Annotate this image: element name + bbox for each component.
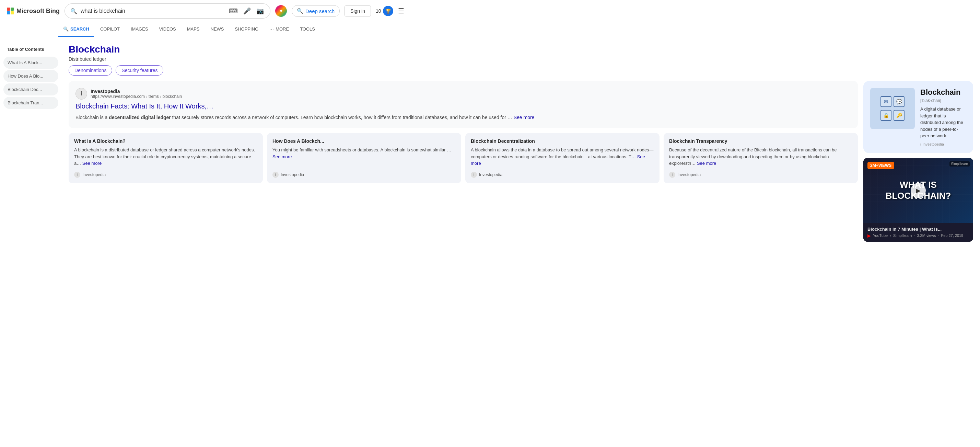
result-source: i Investopedia https://www.investopedia.…	[75, 88, 851, 99]
video-info: Blockchain In 7 Minutes | What Is... ▶ Y…	[863, 223, 973, 242]
sub-card-footer-3: i Investopedia	[669, 172, 852, 178]
nav-item-search[interactable]: 🔍 SEARCH	[58, 22, 94, 37]
entity-title: Blockchain	[68, 44, 973, 55]
entity-pills: Denominations Security features	[68, 65, 973, 75]
sub-card-desc-3: Because of the decentralized nature of t…	[669, 147, 852, 167]
sub-card-see-more-3[interactable]: See more	[697, 161, 716, 166]
sidebar-title: Table of Contents	[3, 44, 58, 54]
source-info: Investopedia https://www.investopedia.co…	[91, 89, 182, 99]
search-icon: 🔍	[70, 8, 77, 14]
logo-area: Microsoft Bing	[7, 8, 60, 15]
main-layout: Table of Contents What Is A Block... How…	[0, 37, 980, 249]
sign-in-button[interactable]: Sign in	[345, 5, 371, 16]
kp-title: Blockchain	[920, 88, 966, 97]
sub-card-what-is: What Is A Blockchain? A blockchain is a …	[68, 133, 263, 184]
sidebar-item-what-is[interactable]: What Is A Block...	[3, 57, 58, 69]
kp-cubes-2: 🔒 🔑	[880, 110, 905, 121]
sub-card-source-1: Investopedia	[281, 172, 304, 177]
sub-card-desc-1: You might be familiar with spreadsheets …	[272, 147, 456, 167]
result-title[interactable]: Blockchain Facts: What Is It, How It Wor…	[75, 102, 851, 110]
nav-item-more[interactable]: ⋯ MORE	[264, 22, 294, 37]
sub-card-logo-1: i	[272, 172, 278, 178]
nav-item-images[interactable]: IMAGES	[126, 22, 153, 37]
sidebar-item-how-does[interactable]: How Does A Blo...	[3, 70, 58, 82]
nav-item-shopping[interactable]: SHOPPING	[230, 22, 264, 37]
kp-source: i Investopedia	[920, 142, 966, 146]
sub-card-see-more-0[interactable]: See more	[82, 161, 102, 166]
sub-card-desc-2: A blockchain allows the data in a databa…	[471, 147, 654, 167]
user-points: 10	[376, 8, 381, 14]
favicon-letter: i	[81, 91, 82, 97]
copilot-button[interactable]: ✦	[275, 5, 287, 17]
video-thumbnail: 2M+VIEWS Simplilearn WHAT IS BLOCKCHAIN?…	[863, 158, 973, 223]
sidebar: Table of Contents What Is A Block... How…	[0, 37, 58, 249]
deep-search-button[interactable]: 🔍 Deep search	[292, 5, 340, 17]
sub-card-desc-0: A blockchain is a distributed database o…	[74, 147, 257, 167]
camera-icon[interactable]: 📷	[256, 6, 264, 16]
sub-card-logo-2: i	[471, 172, 477, 178]
cube-1: ✉	[880, 96, 891, 107]
nav-item-tools[interactable]: TOOLS	[295, 22, 320, 37]
sub-card-source-3: Investopedia	[677, 172, 701, 177]
user-avatar[interactable]: 🏆	[383, 6, 393, 16]
bing-logo-icon	[7, 8, 14, 14]
sub-card-title-0: What Is A Blockchain?	[74, 138, 257, 144]
sidebar-item-decentralization[interactable]: Blockchain Dec...	[3, 83, 58, 96]
main-result-card: i Investopedia https://www.investopedia.…	[68, 81, 858, 128]
search-bar: 🔍 ⌨ 🎤 📷	[65, 3, 270, 19]
search-bar-icons: ⌨ 🎤 📷	[228, 6, 264, 16]
kp-description: A digital database or ledger that is dis…	[920, 106, 966, 139]
hamburger-menu-button[interactable]: ☰	[398, 7, 404, 15]
search-input[interactable]	[81, 8, 225, 14]
see-more-link[interactable]: See more	[514, 115, 535, 120]
pill-security[interactable]: Security features	[116, 65, 163, 75]
deep-search-label: Deep search	[305, 8, 334, 14]
logo-text: Microsoft Bing	[16, 8, 60, 15]
sub-card-see-more-2[interactable]: See more	[471, 154, 645, 166]
nav-item-copilot[interactable]: COPILOT	[95, 22, 124, 37]
user-badge: 10 🏆	[376, 6, 394, 16]
nav-item-news[interactable]: NEWS	[206, 22, 229, 37]
cube-3: 🔒	[880, 110, 891, 121]
video-title: Blockchain In 7 Minutes | What Is...	[867, 227, 969, 232]
simplylearn-logo: Simplilearn	[950, 161, 970, 166]
header: Microsoft Bing 🔍 ⌨ 🎤 📷 ✦ 🔍 Deep search S…	[0, 0, 980, 22]
sub-card-title-2: Blockchain Decentralization	[471, 138, 654, 144]
source-url: https://www.investopedia.com › terms › b…	[91, 94, 182, 99]
sub-card-decentralization: Blockchain Decentralization A blockchain…	[465, 133, 660, 184]
kp-image: ✉ 💬 🔒 🔑	[870, 88, 915, 129]
microphone-icon[interactable]: 🎤	[243, 6, 251, 16]
sidebar-item-transparency[interactable]: Blockchain Tran...	[3, 97, 58, 109]
video-meta: ▶ YouTube › Simplilearn · 3.2M views · F…	[867, 233, 969, 238]
views-badge: 2M+VIEWS	[867, 162, 894, 169]
keyboard-icon[interactable]: ⌨	[228, 6, 239, 16]
sub-card-footer-1: i Investopedia	[272, 172, 456, 178]
source-favicon: i	[75, 88, 87, 99]
video-card[interactable]: 2M+VIEWS Simplilearn WHAT IS BLOCKCHAIN?…	[863, 158, 973, 242]
sub-card-logo-3: i	[669, 172, 675, 178]
main-content: Blockchain Distributed ledger Denominati…	[58, 37, 980, 249]
deep-search-icon: 🔍	[297, 8, 303, 14]
cube-4: 🔑	[894, 110, 905, 121]
sub-card-see-more-1[interactable]: See more	[272, 154, 292, 159]
sub-card-title-1: How Does A Blockch...	[272, 138, 456, 144]
video-play-button[interactable]: ▶	[911, 183, 926, 198]
nav-bar: 🔍 SEARCH COPILOT IMAGES VIDEOS MAPS NEWS…	[0, 22, 980, 37]
results-area: i Investopedia https://www.investopedia.…	[68, 81, 973, 242]
nav-item-videos[interactable]: VIDEOS	[154, 22, 181, 37]
kp-source-logo: i	[920, 142, 921, 146]
kp-cubes: ✉ 💬	[880, 96, 905, 107]
sub-card-how-does: How Does A Blockch... You might be famil…	[267, 133, 461, 184]
video-channel: Simplilearn	[893, 233, 912, 238]
sub-card-source-0: Investopedia	[82, 172, 106, 177]
sub-card-transparency: Blockchain Transparency Because of the d…	[663, 133, 858, 184]
kp-phonetic: ['blak-chān]	[920, 98, 966, 103]
pill-denominations[interactable]: Denominations	[68, 65, 112, 75]
kp-info: Blockchain ['blak-chān] A digital databa…	[920, 88, 966, 146]
search-nav-icon: 🔍	[63, 26, 68, 32]
nav-item-maps[interactable]: MAPS	[182, 22, 205, 37]
sub-card-footer-2: i Investopedia	[471, 172, 654, 178]
sub-card-title-3: Blockchain Transparency	[669, 138, 852, 144]
video-views: 3.2M views	[917, 233, 936, 238]
main-result-col: i Investopedia https://www.investopedia.…	[68, 81, 858, 242]
